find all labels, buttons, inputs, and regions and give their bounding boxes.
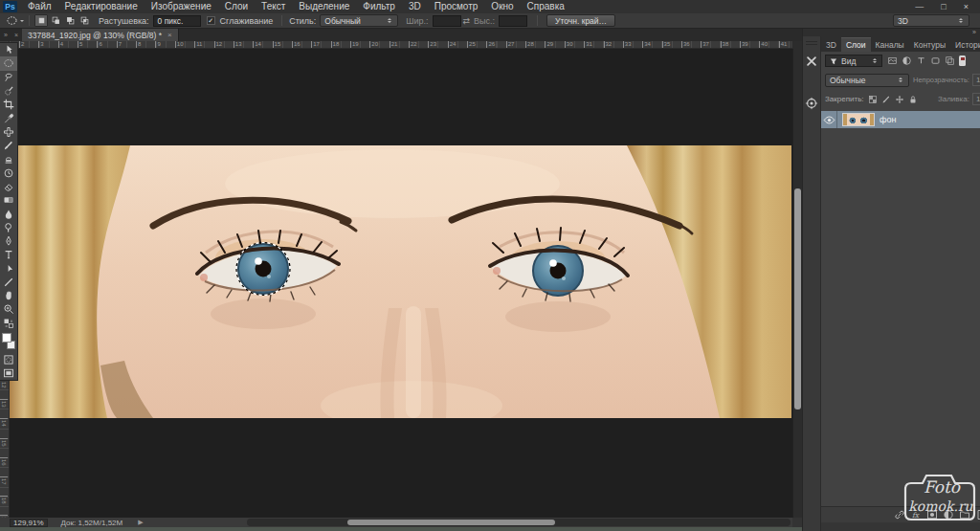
blend-mode-select[interactable]: Обычные <box>825 74 909 87</box>
height-input[interactable] <box>499 15 527 27</box>
lock-all-icon[interactable] <box>908 94 919 104</box>
tab-bar-close-icon[interactable]: × <box>14 32 18 38</box>
swap-width-height-icon[interactable]: ⇄ <box>463 16 471 26</box>
gradient-tool[interactable] <box>0 193 17 207</box>
eyedropper-tool[interactable] <box>0 111 17 124</box>
foreground-background-swatches[interactable] <box>0 332 18 353</box>
opacity-value-select[interactable]: 100% <box>972 74 980 86</box>
elliptical-marquee-tool[interactable] <box>0 56 17 70</box>
subtract-from-selection-mode-button[interactable] <box>63 14 77 27</box>
svg-text:Foto: Foto <box>924 477 962 497</box>
lasso-tool[interactable] <box>0 71 17 84</box>
tool-preset-button[interactable] <box>6 14 24 27</box>
menu-item[interactable]: Слои <box>218 0 255 13</box>
swap-colors-mini-icon[interactable] <box>0 317 17 330</box>
horizontal-ruler[interactable]: 2345678910111213141516171819202122232425… <box>10 41 792 49</box>
menu-item[interactable]: Справка <box>521 0 571 13</box>
panel-tab-контуры[interactable]: Контуры <box>909 38 950 52</box>
layer-list: фон <box>821 111 980 128</box>
panel-tab-каналы[interactable]: Каналы <box>871 38 909 52</box>
layer-thumbnail[interactable] <box>842 113 875 126</box>
foreground-color-swatch[interactable] <box>2 333 11 343</box>
filter-type-layers-icon[interactable] <box>915 55 927 67</box>
screen-mode-button[interactable] <box>0 366 17 380</box>
menu-item[interactable]: Просмотр <box>428 0 485 13</box>
menu-item[interactable]: Выделение <box>292 0 356 13</box>
ruler-number: 7 <box>117 41 122 48</box>
horizontal-scrollbar-thumb[interactable] <box>347 520 555 525</box>
filter-toggle-switch[interactable] <box>959 55 966 66</box>
fill-value-select[interactable]: 100% <box>972 93 980 105</box>
workspace-select[interactable]: 3D <box>893 14 969 27</box>
collapse-panels-icon[interactable]: » <box>972 29 976 36</box>
width-input[interactable] <box>433 15 461 27</box>
ruler-number: 30 <box>565 41 573 48</box>
path-selection-tool[interactable] <box>0 262 17 276</box>
style-select[interactable]: Обычный <box>320 14 398 27</box>
menu-item[interactable]: Редактирование <box>58 0 145 13</box>
line-tool[interactable] <box>0 276 17 289</box>
menu-item[interactable]: Изображение <box>145 0 218 13</box>
eraser-tool[interactable] <box>0 180 17 193</box>
elliptical-marquee-icon <box>6 14 18 27</box>
menu-item[interactable]: Фильтр <box>356 0 402 13</box>
horizontal-scrollbar[interactable] <box>247 519 791 526</box>
layer-filter-select[interactable]: Вид <box>825 55 882 67</box>
filter-shape-layers-icon[interactable] <box>929 55 942 67</box>
lock-transparency-icon[interactable] <box>868 94 879 104</box>
lock-position-icon[interactable] <box>895 94 905 104</box>
feather-input[interactable]: 0 пикс. <box>153 15 201 27</box>
layer-visibility-toggle[interactable] <box>821 111 837 128</box>
ruler-number: 34 <box>642 41 651 48</box>
panel-tab-3d[interactable]: 3D <box>821 38 841 52</box>
status-expand-icon[interactable]: ▶ <box>138 519 143 526</box>
move-tool[interactable] <box>0 43 17 56</box>
clone-source-panel-icon[interactable] <box>803 95 820 112</box>
new-selection-mode-button[interactable] <box>34 14 48 27</box>
photo-canvas[interactable] <box>10 145 791 418</box>
lock-pixels-icon[interactable] <box>881 94 892 104</box>
restore-button[interactable]: □ <box>941 0 946 13</box>
intersect-selection-mode-button[interactable] <box>78 14 91 27</box>
menu-item[interactable]: Файл <box>21 0 58 13</box>
ruler-number: 25 <box>467 41 476 48</box>
width-label: Шир.: <box>406 16 428 26</box>
filter-adjustment-layers-icon[interactable] <box>901 55 913 67</box>
panel-tab-история[interactable]: История <box>950 38 980 52</box>
tab-close-icon[interactable]: × <box>167 31 172 39</box>
layer-row[interactable]: фон <box>821 111 980 128</box>
menu-item[interactable]: Текст <box>255 0 292 13</box>
canvas-pasteboard[interactable] <box>10 49 792 518</box>
vertical-scrollbar[interactable] <box>792 49 802 518</box>
tool-presets-panel-icon[interactable] <box>803 53 820 70</box>
zoom-tool[interactable] <box>0 302 17 316</box>
document-tab[interactable]: 337884_1920.jpg @ 130% (RGB/8) * × <box>22 29 179 41</box>
dodge-tool[interactable] <box>0 221 17 234</box>
crop-tool[interactable] <box>0 98 17 111</box>
hand-tool[interactable] <box>0 289 17 302</box>
history-brush-tool[interactable] <box>0 166 17 180</box>
quick-selection-tool[interactable] <box>0 84 17 98</box>
add-to-selection-mode-button[interactable] <box>49 14 62 27</box>
tab-overflow-icon[interactable]: » <box>4 32 8 38</box>
type-tool[interactable] <box>0 248 17 261</box>
pen-tool[interactable] <box>0 234 17 248</box>
brush-tool[interactable] <box>0 139 17 152</box>
menu-item[interactable]: Окно <box>484 0 520 13</box>
filter-smart-objects-icon[interactable] <box>944 55 956 67</box>
panel-tab-слои[interactable]: Слои <box>841 37 871 52</box>
ruler-number: 17 <box>311 41 320 48</box>
spot-healing-brush-tool[interactable] <box>0 125 17 139</box>
clone-stamp-tool[interactable] <box>0 152 17 166</box>
antialias-checkbox[interactable]: ✓ <box>207 16 215 25</box>
document-size-info: Док: 1,52М/1,52М <box>61 519 123 527</box>
zoom-level-input[interactable]: 129,91% <box>10 519 48 527</box>
menu-item[interactable]: 3D <box>402 0 428 13</box>
blur-tool[interactable] <box>0 207 17 220</box>
vertical-scrollbar-thumb[interactable] <box>794 188 801 409</box>
minimize-button[interactable]: — <box>915 0 924 13</box>
filter-pixel-layers-icon[interactable] <box>886 55 899 67</box>
quick-mask-mode-button[interactable] <box>0 353 17 366</box>
refine-edge-button[interactable]: Уточн. край… <box>546 14 615 27</box>
close-button[interactable]: × <box>964 0 969 13</box>
